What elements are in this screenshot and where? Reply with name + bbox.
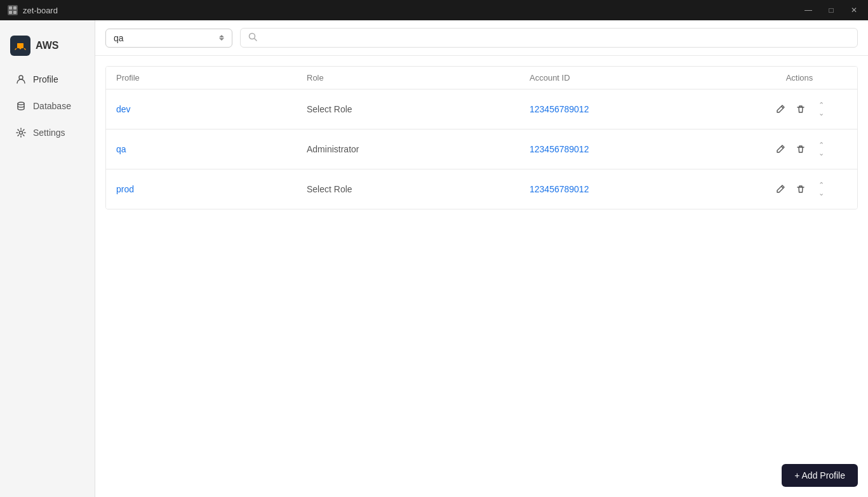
table-row: qa Administrator 123456789012: [106, 129, 857, 169]
table-row: dev Select Role 123456789012: [106, 89, 857, 129]
svg-rect-2: [9, 11, 12, 14]
close-button[interactable]: ✕: [848, 4, 860, 17]
sidebar-item-database[interactable]: Database: [5, 94, 90, 118]
delete-button-qa[interactable]: [793, 142, 808, 157]
move-up-button-prod[interactable]: ⌃: [816, 181, 827, 189]
titlebar: zet-board — □ ✕: [0, 0, 868, 20]
profile-selector[interactable]: qa: [105, 29, 232, 48]
profiles-table: Profile Role Account ID Actions dev Sele…: [105, 66, 858, 209]
cell-account-qa: 123456789012: [530, 144, 752, 154]
maximize-button[interactable]: □: [825, 4, 838, 17]
minimize-button[interactable]: —: [802, 4, 815, 17]
sidebar-label-settings: Settings: [33, 128, 65, 138]
sidebar: AWS Profile Database: [0, 20, 95, 497]
gear-icon: [15, 127, 27, 138]
reorder-btns-prod: ⌃ ⌄: [816, 181, 827, 197]
svg-rect-3: [13, 11, 17, 14]
reorder-btns-dev: ⌃ ⌄: [816, 101, 827, 117]
delete-button-dev[interactable]: [793, 102, 808, 117]
edit-button-dev[interactable]: [773, 102, 788, 117]
edit-button-qa[interactable]: [773, 142, 788, 157]
cell-role-prod: Select Role: [307, 184, 530, 194]
chevron-down-icon: [219, 38, 224, 41]
search-bar: [240, 28, 858, 48]
add-profile-button[interactable]: + Add Profile: [782, 464, 858, 487]
move-down-button-dev[interactable]: ⌄: [816, 109, 827, 117]
sidebar-item-settings[interactable]: Settings: [5, 121, 90, 145]
delete-button-prod[interactable]: [793, 182, 808, 197]
cell-account-dev: 123456789012: [530, 104, 752, 114]
table-header: Profile Role Account ID Actions: [106, 67, 857, 89]
database-icon: [15, 100, 27, 112]
header-account-id: Account ID: [530, 73, 752, 83]
sidebar-item-profile[interactable]: Profile: [5, 67, 90, 91]
cell-account-prod: 123456789012: [530, 184, 752, 194]
aws-logo-text: AWS: [36, 40, 58, 51]
svg-rect-1: [13, 6, 17, 10]
aws-logo: AWS: [0, 30, 95, 66]
header-role: Role: [307, 73, 530, 83]
sidebar-label-profile: Profile: [33, 74, 58, 84]
reorder-btns-qa: ⌃ ⌄: [816, 141, 827, 157]
titlebar-left: zet-board: [8, 5, 58, 15]
person-icon: [15, 74, 27, 85]
header-actions: Actions: [752, 73, 847, 83]
edit-button-prod[interactable]: [773, 182, 788, 197]
aws-logo-icon: [10, 36, 30, 56]
toolbar: qa: [95, 20, 868, 56]
svg-point-4: [19, 76, 23, 79]
table-container: Profile Role Account ID Actions dev Sele…: [95, 56, 868, 454]
profile-selector-chevrons: [219, 35, 224, 41]
app-container: AWS Profile Database: [0, 20, 868, 497]
cell-actions-qa: ⌃ ⌄: [752, 141, 847, 157]
app-icon: [8, 5, 18, 15]
move-down-button-prod[interactable]: ⌄: [816, 189, 827, 197]
selected-profile-label: qa: [114, 33, 124, 43]
cell-role-dev: Select Role: [307, 104, 530, 114]
move-up-button-dev[interactable]: ⌃: [816, 101, 827, 109]
chevron-up-icon: [219, 35, 224, 37]
cell-profile-qa[interactable]: qa: [116, 144, 307, 154]
cell-actions-dev: ⌃ ⌄: [752, 101, 847, 117]
sidebar-label-database: Database: [33, 101, 71, 111]
move-up-button-qa[interactable]: ⌃: [816, 141, 827, 149]
search-input[interactable]: [262, 33, 850, 43]
titlebar-controls: — □ ✕: [802, 4, 860, 17]
search-icon: [248, 32, 257, 43]
table-row: prod Select Role 123456789012: [106, 169, 857, 209]
svg-point-5: [18, 102, 24, 105]
cell-actions-prod: ⌃ ⌄: [752, 181, 847, 197]
bottom-toolbar: + Add Profile: [95, 454, 868, 497]
main-content: qa Profile: [95, 20, 868, 497]
move-down-button-qa[interactable]: ⌄: [816, 149, 827, 157]
cell-role-qa: Administrator: [307, 144, 530, 154]
header-profile: Profile: [116, 73, 307, 83]
cell-profile-prod[interactable]: prod: [116, 184, 307, 194]
svg-point-6: [20, 131, 23, 135]
svg-line-8: [255, 39, 257, 41]
svg-rect-0: [9, 6, 12, 10]
cell-profile-dev[interactable]: dev: [116, 104, 307, 114]
app-title: zet-board: [23, 6, 58, 15]
